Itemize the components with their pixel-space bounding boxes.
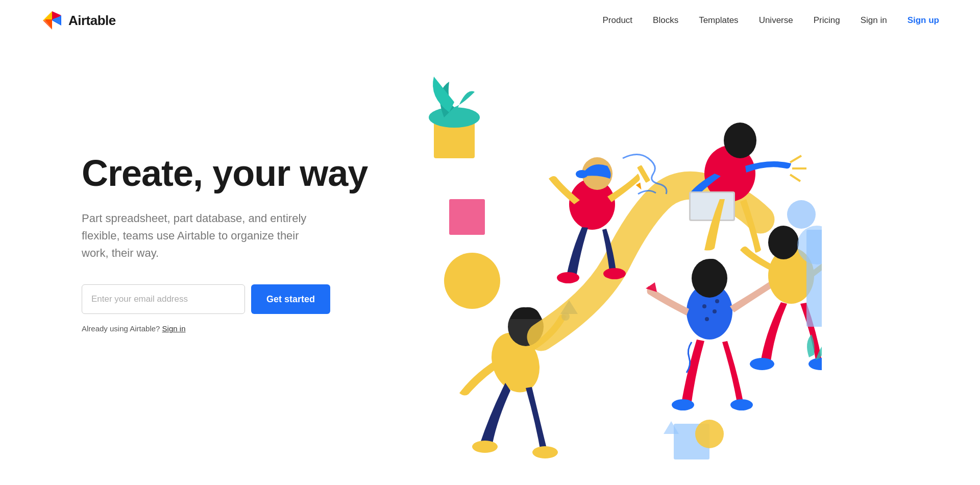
nav-signin-link[interactable]: Sign in: [861, 15, 887, 26]
site-header: Airtable Product Blocks Templates Univer…: [0, 0, 980, 41]
email-input[interactable]: [82, 284, 245, 314]
svg-point-47: [787, 200, 816, 229]
svg-rect-17: [691, 193, 733, 220]
svg-point-26: [713, 309, 717, 313]
svg-point-9: [472, 441, 498, 453]
airtable-logo-icon: [41, 9, 63, 32]
svg-point-29: [672, 399, 694, 410]
hero-heading: Create, your way: [82, 153, 378, 193]
nav-item-blocks[interactable]: Blocks: [653, 15, 678, 26]
nav-item-pricing[interactable]: Pricing: [814, 15, 840, 26]
svg-point-43: [808, 358, 822, 370]
svg-point-27: [705, 317, 709, 321]
logo[interactable]: Airtable: [41, 9, 116, 32]
svg-point-40: [768, 226, 799, 259]
svg-point-37: [557, 272, 579, 283]
main-content: Create, your way Part spreadsheet, part …: [0, 41, 980, 485]
logo-text: Airtable: [68, 13, 116, 29]
svg-marker-36: [636, 183, 644, 191]
svg-point-10: [532, 446, 558, 458]
svg-point-30: [730, 399, 753, 410]
svg-point-38: [603, 268, 626, 279]
illustration-svg: [403, 56, 822, 475]
get-started-button[interactable]: Get started: [251, 284, 330, 314]
svg-line-20: [790, 175, 800, 181]
hero-left-panel: Create, your way Part spreadsheet, part …: [82, 71, 378, 333]
svg-line-18: [790, 156, 801, 162]
hero-illustration: [378, 71, 939, 485]
nav-item-product[interactable]: Product: [602, 15, 632, 26]
nav-item-templates[interactable]: Templates: [699, 15, 738, 26]
svg-point-7: [444, 253, 500, 309]
svg-point-34: [576, 170, 588, 178]
nav-item-universe[interactable]: Universe: [759, 15, 793, 26]
svg-rect-6: [449, 199, 485, 235]
main-nav: Product Blocks Templates Universe Pricin…: [602, 15, 939, 26]
svg-point-25: [702, 304, 706, 308]
svg-point-24: [701, 262, 723, 274]
email-signup-form: Get started: [82, 284, 378, 314]
svg-point-28: [715, 299, 719, 303]
svg-point-50: [695, 420, 724, 448]
svg-point-42: [750, 358, 774, 370]
nav-signup-link[interactable]: Sign up: [908, 15, 939, 26]
signin-note: Already using Airtable? Sign in: [82, 324, 378, 333]
signin-link[interactable]: Sign in: [162, 324, 186, 333]
hero-subtext: Part spreadsheet, part database, and ent…: [82, 210, 327, 262]
